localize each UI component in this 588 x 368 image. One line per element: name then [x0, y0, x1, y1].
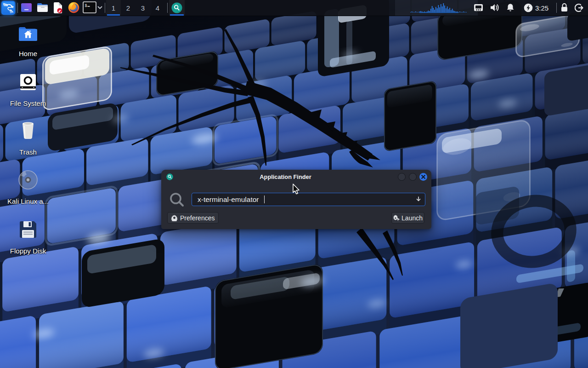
svg-text:$: $	[85, 4, 87, 8]
